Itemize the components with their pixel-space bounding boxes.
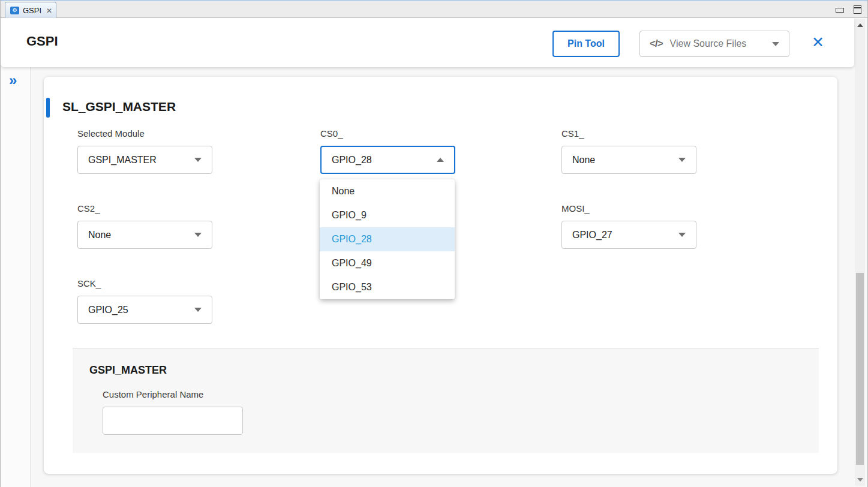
cs1-dropdown[interactable]: None xyxy=(561,146,696,174)
collapsed-sidebar: » xyxy=(1,67,31,487)
field-cs0: CS0_ GPIO_28 xyxy=(320,128,455,174)
code-icon: </> xyxy=(650,38,663,50)
dropdown-value: GPIO_27 xyxy=(572,230,612,241)
menu-option-gpio-28[interactable]: GPIO_28 xyxy=(320,227,455,251)
editor-tab-bar: ⚙ GSPI ✕ xyxy=(1,0,867,18)
menu-option-gpio-9[interactable]: GPIO_9 xyxy=(320,203,455,227)
chevron-down-icon xyxy=(678,158,686,162)
chevron-down-icon xyxy=(194,308,202,312)
view-source-files-label: View Source Files xyxy=(670,38,765,49)
minimize-icon[interactable] xyxy=(836,8,844,13)
menu-option-gpio-53[interactable]: GPIO_53 xyxy=(320,275,455,299)
pin-tool-button[interactable]: Pin Tool xyxy=(552,31,620,57)
custom-peripheral-name-label: Custom Peripheral Name xyxy=(103,389,203,399)
field-selected-module: Selected Module GSPI_MASTER xyxy=(77,128,212,174)
gspi-master-subpanel: GSPI_MASTER Custom Peripheral Name xyxy=(73,348,819,453)
cs2-dropdown[interactable]: None xyxy=(77,221,212,249)
field-label: CS2_ xyxy=(77,203,212,214)
close-icon[interactable]: ✕ xyxy=(812,34,824,50)
chevron-up-icon xyxy=(437,158,444,162)
chevron-down-icon xyxy=(194,233,202,237)
field-label: Selected Module xyxy=(77,128,212,139)
chevron-down-icon xyxy=(194,158,202,162)
dropdown-value: GPIO_28 xyxy=(332,155,372,166)
field-cs1: CS1_ None xyxy=(561,128,696,174)
mosi-dropdown[interactable]: GPIO_27 xyxy=(561,221,696,249)
field-label: CS1_ xyxy=(561,128,696,139)
expand-sidebar-icon[interactable]: » xyxy=(9,72,17,89)
menu-option-gpio-49[interactable]: GPIO_49 xyxy=(320,251,455,275)
subpanel-title: GSPI_MASTER xyxy=(89,364,167,377)
menu-option-none[interactable]: None xyxy=(320,179,455,203)
chevron-down-icon xyxy=(678,233,686,237)
tab-gspi[interactable]: ⚙ GSPI ✕ xyxy=(5,2,56,19)
custom-peripheral-name-input[interactable] xyxy=(103,407,243,435)
page-header: GSPI Pin Tool </> View Source Files ✕ xyxy=(1,18,854,67)
field-cs2: CS2_ None xyxy=(77,203,212,249)
section-accent-bar xyxy=(46,98,50,118)
field-mosi: MOSI_ GPIO_27 xyxy=(561,203,696,249)
cs0-dropdown[interactable]: GPIO_28 xyxy=(320,146,455,174)
cs0-dropdown-menu: None GPIO_9 GPIO_28 GPIO_49 GPIO_53 xyxy=(320,179,455,299)
dropdown-value: None xyxy=(572,155,595,166)
field-label: CS0_ xyxy=(320,128,455,139)
sck-dropdown[interactable]: GPIO_25 xyxy=(77,296,212,324)
gspi-configurator-window: ⚙ GSPI ✕ GSPI Pin Tool </> View Source F… xyxy=(0,0,868,487)
sl-gspi-master-card: SL_GSPI_MASTER Selected Module GSPI_MAST… xyxy=(44,77,837,474)
chevron-down-icon xyxy=(772,42,779,46)
page-title: GSPI xyxy=(26,34,58,49)
vertical-scrollbar[interactable] xyxy=(855,19,865,486)
selected-module-dropdown[interactable]: GSPI_MASTER xyxy=(77,146,212,174)
scrollbar-thumb[interactable] xyxy=(856,273,864,465)
tab-gspi-label: GSPI xyxy=(23,6,41,15)
view-source-files-button[interactable]: </> View Source Files xyxy=(639,31,789,57)
tab-close-icon[interactable]: ✕ xyxy=(46,7,52,15)
dropdown-value: GSPI_MASTER xyxy=(88,155,157,166)
scroll-up-icon[interactable] xyxy=(855,20,865,30)
maximize-icon[interactable] xyxy=(854,5,861,14)
scroll-down-icon[interactable] xyxy=(855,475,865,485)
field-label: SCK_ xyxy=(77,278,212,288)
window-controls xyxy=(836,5,861,14)
gspi-tool-icon: ⚙ xyxy=(10,7,19,14)
dropdown-value: GPIO_25 xyxy=(88,305,128,315)
section-title: SL_GSPI_MASTER xyxy=(62,100,176,114)
field-sck: SCK_ GPIO_25 xyxy=(77,278,212,324)
field-label: MOSI_ xyxy=(561,203,696,214)
dropdown-value: None xyxy=(88,230,111,241)
